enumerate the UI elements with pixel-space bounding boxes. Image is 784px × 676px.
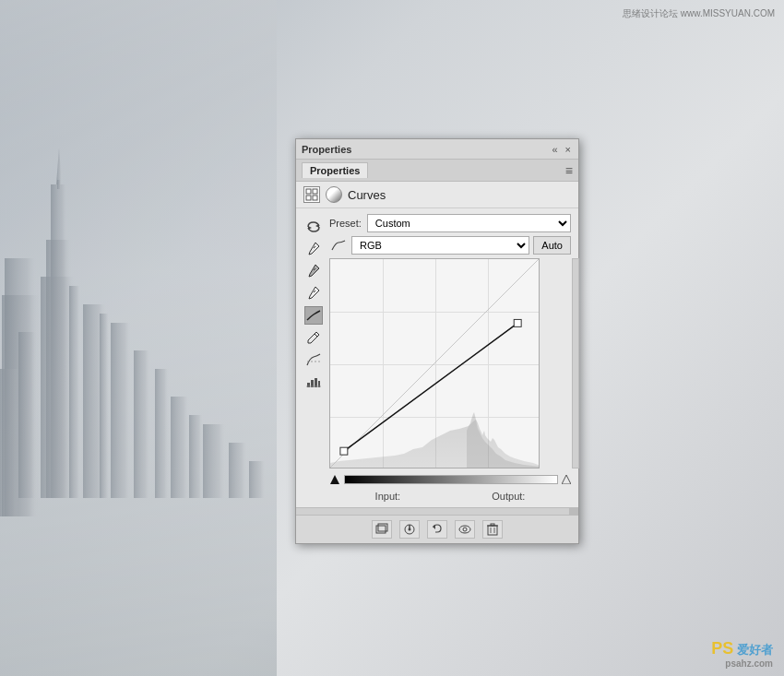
watermark-ps: PS: [711, 639, 733, 658]
graph-scrollbar[interactable]: [572, 258, 579, 468]
footer-reset[interactable]: [399, 520, 420, 539]
watermark-site: psahz.com: [711, 658, 773, 669]
io-row: Input: Output:: [329, 491, 571, 502]
footer-toolbar: [296, 515, 578, 543]
watermark-bottom: PS 爱好者 psahz.com: [711, 639, 773, 669]
footer-visibility[interactable]: [455, 520, 475, 539]
input-label: Input:: [375, 491, 401, 502]
left-toolbar: [303, 214, 324, 502]
panel-scrollbar-thumb: [569, 508, 578, 515]
svg-rect-20: [100, 314, 109, 498]
svg-rect-21: [306, 189, 311, 194]
svg-rect-23: [306, 196, 311, 200]
svg-rect-15: [189, 415, 203, 498]
panel-scroll-indicator[interactable]: [296, 507, 578, 515]
svg-line-27: [314, 246, 315, 248]
curves-graph-container: [329, 258, 571, 468]
svg-rect-37: [340, 447, 348, 455]
svg-line-36: [330, 259, 539, 468]
panel-content: Preset: Custom Default Strong Contrast L…: [296, 208, 578, 507]
svg-marker-39: [330, 475, 339, 484]
svg-line-30: [315, 334, 317, 337]
panel-menu-icon[interactable]: ≡: [565, 163, 573, 178]
preset-row: Preset: Custom Default Strong Contrast L…: [329, 214, 571, 232]
footer-delete[interactable]: [482, 520, 503, 539]
svg-rect-17: [229, 443, 247, 498]
svg-point-48: [463, 528, 467, 531]
channel-row: RGB Red Green Blue Auto: [329, 236, 571, 255]
svg-rect-12: [18, 332, 37, 498]
footer-undo[interactable]: [427, 520, 447, 539]
watermark-lover: 爱好者: [737, 643, 773, 657]
channel-select[interactable]: RGB Red Green Blue: [351, 236, 529, 255]
curves-graph[interactable]: [329, 258, 540, 468]
svg-rect-14: [171, 397, 189, 498]
main-area: Preset: Custom Default Strong Contrast L…: [329, 214, 571, 502]
curve-svg: [330, 259, 539, 468]
svg-marker-26: [308, 226, 312, 230]
svg-rect-5: [57, 180, 61, 189]
panel-title: Properties: [302, 144, 351, 155]
svg-rect-10: [134, 350, 150, 498]
watermark-top: 思绪设计论坛 www.MISSYUAN.COM: [623, 7, 775, 20]
svg-rect-11: [155, 369, 169, 498]
gradient-slider[interactable]: [344, 475, 558, 484]
tool-smooth[interactable]: [304, 350, 323, 369]
tool-histogram[interactable]: [304, 373, 323, 391]
tool-eyedropper-gray[interactable]: [304, 262, 323, 280]
svg-rect-22: [313, 189, 317, 194]
svg-rect-13: [0, 369, 18, 516]
tool-curve[interactable]: [304, 306, 323, 325]
tool-cycle[interactable]: [304, 218, 323, 236]
black-point-slider[interactable]: [329, 474, 340, 485]
properties-panel: Properties « × Properties ≡ Curves: [295, 138, 579, 544]
svg-rect-38: [514, 319, 521, 326]
white-point-triangle[interactable]: [562, 475, 571, 484]
section-icon-grid: [303, 186, 320, 203]
svg-rect-34: [315, 378, 317, 387]
output-label: Output:: [492, 491, 525, 502]
footer-new-layer[interactable]: [372, 520, 392, 539]
svg-point-47: [459, 526, 470, 533]
section-title: Curves: [348, 188, 386, 202]
section-header: Curves: [296, 182, 578, 208]
svg-rect-49: [488, 526, 497, 535]
auto-button[interactable]: Auto: [533, 236, 571, 255]
collapse-button[interactable]: «: [550, 144, 559, 155]
panel-title-bar: Properties « ×: [296, 139, 578, 160]
svg-rect-24: [313, 196, 317, 200]
svg-marker-40: [562, 475, 571, 484]
tool-pencil[interactable]: [304, 328, 323, 347]
svg-rect-19: [69, 286, 80, 498]
slider-row: [329, 474, 571, 485]
svg-rect-18: [249, 461, 266, 498]
close-button[interactable]: ×: [564, 144, 573, 155]
preset-label: Preset:: [329, 218, 362, 229]
svg-rect-9: [111, 323, 131, 498]
svg-point-45: [409, 528, 411, 531]
city-silhouette: [0, 0, 277, 676]
tab-bar: Properties ≡: [296, 160, 578, 182]
tool-eyedropper-white[interactable]: [304, 284, 323, 302]
preset-select[interactable]: Custom Default Strong Contrast Lighter D…: [367, 214, 571, 232]
section-icon-circle: [326, 186, 342, 203]
svg-rect-16: [203, 424, 226, 498]
svg-rect-51: [491, 524, 494, 526]
tab-properties[interactable]: Properties: [302, 162, 368, 178]
title-bar-controls: « ×: [550, 144, 573, 155]
channel-icon[interactable]: [329, 236, 348, 255]
tool-eyedropper-black[interactable]: [304, 240, 323, 258]
